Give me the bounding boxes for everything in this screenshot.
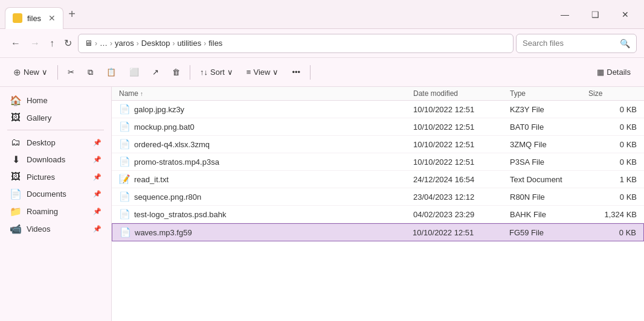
breadcrumb-yaros[interactable]: yaros (115, 39, 134, 48)
sidebar-item-roaming[interactable]: 📁 Roaming 📌 (0, 203, 111, 220)
breadcrumb-files[interactable]: files (208, 39, 222, 48)
sort-label: Sort (210, 68, 225, 77)
new-label: New (24, 68, 39, 77)
file-type-cell: BAHK File (510, 210, 588, 219)
close-button[interactable]: ✕ (611, 5, 639, 24)
new-button[interactable]: ⊕ New ∨ (7, 62, 54, 83)
file-date-cell: 10/10/2022 12:51 (413, 140, 510, 149)
file-size-cell: 0 KB (588, 122, 637, 132)
file-date-cell: 24/12/2024 16:54 (413, 175, 510, 184)
table-row[interactable]: 📄 sequence.png.r80n 23/04/2023 12:12 R80… (112, 188, 644, 206)
col-size[interactable]: Size (588, 89, 637, 98)
file-size-cell: 0 KB (588, 105, 637, 114)
file-name: sequence.png.r80n (134, 192, 201, 202)
table-row[interactable]: 📝 read_it.txt 24/12/2024 16:54 Text Docu… (112, 171, 644, 188)
file-name-cell: 📄 test-logo_stratos.psd.bahk (119, 209, 413, 220)
sidebar-item-gallery[interactable]: 🖼 Gallery (0, 109, 111, 126)
delete-icon: 🗑 (172, 68, 180, 77)
search-input[interactable] (523, 39, 616, 48)
rename-icon: ⬜ (129, 68, 139, 77)
refresh-button[interactable]: ↻ (60, 35, 76, 51)
sidebar-item-home[interactable]: 🏠 Home (0, 92, 111, 109)
sidebar-label-gallery: Gallery (27, 113, 51, 122)
minimize-button[interactable]: — (551, 5, 579, 24)
table-row[interactable]: 📄 test-logo_stratos.psd.bahk 04/02/2023 … (112, 206, 644, 223)
active-tab[interactable]: files ✕ (5, 7, 63, 29)
search-icon: 🔍 (620, 39, 630, 48)
sidebar-item-documents[interactable]: 📄 Documents 📌 (0, 185, 111, 203)
file-name: waves.mp3.fg59 (135, 228, 192, 237)
file-name-cell: 📄 waves.mp3.fg59 (120, 227, 413, 238)
up-button[interactable]: ↑ (46, 36, 58, 51)
cut-icon: ✂ (68, 68, 74, 77)
col-name[interactable]: Name ↑ (119, 89, 413, 98)
table-row[interactable]: 📄 waves.mp3.fg59 10/10/2022 12:51 FG59 F… (112, 223, 644, 241)
file-icon: 📄 (119, 104, 130, 115)
breadcrumb-ellipsis[interactable]: … (100, 39, 108, 48)
forward-button[interactable]: → (27, 36, 43, 51)
new-icon: ⊕ (13, 67, 21, 78)
file-rows-container: 📄 galop.jpg.kz3y 10/10/2022 12:51 KZ3Y F… (112, 101, 644, 241)
file-icon: 📄 (119, 139, 130, 150)
cut-button[interactable]: ✂ (62, 62, 80, 83)
toolbar: ⊕ New ∨ ✂ ⧉ 📋 ⬜ ↗ 🗑 ↑↓ Sort ∨ ≡ View ∨ •… (0, 58, 644, 87)
rename-button[interactable]: ⬜ (123, 62, 145, 83)
file-size-cell: 0 KB (588, 140, 637, 149)
table-row[interactable]: 📄 mockup.png.bat0 10/10/2022 12:51 BAT0 … (112, 118, 644, 136)
file-date-cell: 04/02/2023 23:29 (413, 210, 510, 219)
main-area: 🏠 Home 🖼 Gallery 🗂 Desktop 📌 ⬇ Downloads… (0, 87, 644, 321)
file-icon: 📄 (119, 121, 130, 132)
copy-button[interactable]: ⧉ (82, 62, 99, 83)
gallery-icon: 🖼 (10, 112, 22, 123)
file-date-cell: 10/10/2022 12:51 (413, 105, 510, 114)
col-date[interactable]: Date modified (413, 89, 510, 98)
details-icon: ▦ (597, 68, 604, 77)
new-tab-button[interactable]: + (68, 7, 76, 21)
col-name-label: Name (119, 89, 138, 98)
details-button[interactable]: ▦ Details (591, 62, 637, 83)
file-type-cell: KZ3Y File (510, 105, 588, 114)
col-type[interactable]: Type (510, 89, 588, 98)
table-row[interactable]: 📄 ordered-q4.xlsx.3zmq 10/10/2022 12:51 … (112, 136, 644, 153)
file-type-cell: FG59 File (509, 228, 588, 237)
more-button[interactable]: ••• (286, 62, 306, 83)
sidebar-divider (7, 130, 104, 130)
sidebar-item-pictures[interactable]: 🖼 Pictures 📌 (0, 168, 111, 185)
file-icon: 📄 (119, 191, 130, 202)
pictures-pin-icon: 📌 (93, 173, 101, 181)
sidebar-item-videos[interactable]: 📹 Videos 📌 (0, 220, 111, 238)
view-arrow: ∨ (272, 68, 279, 77)
view-button[interactable]: ≡ View ∨ (240, 62, 285, 83)
maximize-button[interactable]: ❑ (581, 5, 609, 24)
col-type-label: Type (510, 89, 526, 98)
file-date-cell: 10/10/2022 12:51 (413, 157, 510, 167)
breadcrumb-desktop[interactable]: Desktop (141, 39, 170, 48)
sidebar-item-desktop[interactable]: 🗂 Desktop 📌 (0, 134, 111, 151)
search-box[interactable]: 🔍 (516, 34, 637, 53)
col-size-label: Size (588, 89, 602, 98)
file-type-cell: 3ZMQ File (510, 140, 588, 149)
table-row[interactable]: 📄 galop.jpg.kz3y 10/10/2022 12:51 KZ3Y F… (112, 101, 644, 118)
table-row[interactable]: 📄 promo-stratos.mp4.p3sa 10/10/2022 12:5… (112, 153, 644, 171)
toolbar-separator-3 (310, 65, 311, 80)
sort-button[interactable]: ↑↓ Sort ∨ (194, 62, 239, 83)
share-button[interactable]: ↗ (146, 62, 165, 83)
downloads-icon: ⬇ (10, 154, 22, 165)
sidebar-label-home: Home (27, 96, 48, 105)
home-icon: 🏠 (10, 95, 22, 106)
tab-close-button[interactable]: ✕ (48, 13, 56, 23)
tab-title: files (27, 14, 41, 23)
breadcrumb[interactable]: 🖥 › … › yaros › Desktop › utilities › fi… (78, 34, 514, 53)
paste-button[interactable]: 📋 (100, 62, 122, 83)
sidebar-item-downloads[interactable]: ⬇ Downloads 📌 (0, 151, 111, 168)
breadcrumb-utilities[interactable]: utilities (178, 39, 202, 48)
file-name-cell: 📄 ordered-q4.xlsx.3zmq (119, 139, 413, 150)
sort-icon: ↑↓ (200, 68, 208, 77)
breadcrumb-computer[interactable]: 🖥 (85, 39, 92, 48)
file-size-cell: 1,324 KB (588, 210, 637, 219)
sidebar-label-desktop: Desktop (27, 138, 56, 147)
delete-button[interactable]: 🗑 (166, 62, 186, 83)
file-list-header: Name ↑ Date modified Type Size (112, 87, 644, 101)
sort-arrow: ∨ (227, 68, 233, 77)
back-button[interactable]: ← (7, 36, 24, 51)
